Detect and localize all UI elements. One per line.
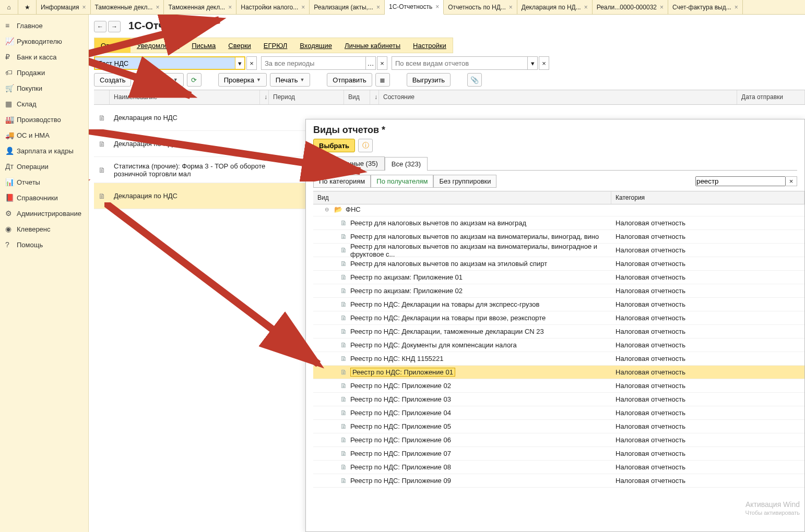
send-menu-button[interactable]: ≣ (375, 73, 390, 87)
subnav-item[interactable]: Уведомления (131, 38, 185, 53)
print-button[interactable]: Печать▼ (270, 73, 311, 87)
subtab-no-group[interactable]: Без группировки (433, 175, 496, 188)
sidebar-item[interactable]: ≡Главное (0, 18, 88, 33)
window-tab[interactable]: Таможенная декл...× (164, 0, 236, 14)
nav-fwd-button[interactable]: → (108, 21, 121, 32)
window-tab[interactable]: Счет-фактура выд...× (668, 0, 743, 14)
tree-row[interactable]: 🗎Реестр по НДС: Приложение 06Налоговая о… (313, 433, 804, 447)
sort-icon[interactable]: ↓ (260, 90, 269, 104)
close-icon[interactable]: × (735, 4, 738, 11)
close-icon[interactable]: × (376, 4, 380, 11)
col-name[interactable]: Наименование (110, 90, 260, 104)
export-button[interactable]: Выгрузить (407, 73, 451, 87)
tree-row[interactable]: 🗎Реестр для налоговых вычетов по акцизам… (313, 257, 804, 271)
window-tab[interactable]: ⌂ (0, 0, 18, 14)
tab-favorites[interactable]: ★Избранные (35) (313, 156, 385, 170)
sidebar-item[interactable]: 📕Справочники (0, 190, 88, 205)
period-filter-more[interactable]: … (365, 56, 376, 70)
org-filter-input[interactable] (94, 56, 235, 70)
subnav-item[interactable]: Личные кабинеты (338, 38, 407, 53)
sidebar-item[interactable]: ?Помощь (0, 237, 88, 252)
tree-row[interactable]: 🗎Реестр по НДС: Приложение 03Налоговая о… (313, 393, 804, 406)
tree-row[interactable]: 🗎Реестр по акцизам: Приложение 02Налогов… (313, 284, 804, 298)
tree-row[interactable]: 🗎Реестр для налоговых вычетов по акцизам… (313, 230, 804, 244)
tree-row[interactable]: 🗎Реестр по НДС: Декларации, таможенные д… (313, 325, 804, 338)
nav-back-button[interactable]: ← (94, 21, 106, 32)
sidebar-item[interactable]: 🛒Покупки (0, 80, 88, 96)
window-tab[interactable]: Реализация (акты,...× (310, 0, 385, 14)
tab-all[interactable]: Все (323) (385, 157, 428, 171)
col-kind[interactable]: Вид (344, 90, 370, 104)
col-state[interactable]: Состояние (379, 90, 737, 104)
subtab-by-category[interactable]: По категориям (313, 175, 371, 188)
tree-row[interactable]: 🗎Реестр по НДС: Документы для компенсаци… (313, 338, 804, 352)
type-filter-input[interactable] (392, 56, 527, 70)
tree-row[interactable]: 🗎Реестр по НДС: Приложение 02Налоговая о… (313, 379, 804, 393)
tree-row[interactable]: 🗎Реестр по НДС: Приложение 04Налоговая о… (313, 406, 804, 420)
close-icon[interactable]: × (156, 4, 159, 11)
subnav-item[interactable]: Письма (185, 38, 222, 53)
window-tab[interactable]: Таможенные декл...× (91, 0, 164, 14)
period-filter-input[interactable] (261, 56, 365, 70)
sidebar-item[interactable]: 🚚ОС и НМА (0, 127, 88, 143)
col-sent[interactable]: Дата отправки (737, 90, 805, 104)
org-filter-clear[interactable]: × (246, 56, 257, 70)
window-tab[interactable]: Реали...0000-000032× (593, 0, 668, 14)
window-tab[interactable]: ★ (18, 0, 37, 14)
panel-search-clear[interactable]: × (786, 176, 797, 186)
panel-col-kind[interactable]: Вид (313, 191, 611, 204)
sidebar-item[interactable]: ▦Склад (0, 96, 88, 112)
check-button[interactable]: Проверка▼ (218, 73, 267, 87)
tree-row[interactable]: 🗎Реестр по НДС: Декларации на товары для… (313, 298, 804, 311)
sidebar-item[interactable]: 🏭Производство (0, 112, 88, 127)
tree-row[interactable]: 🗎Реестр по НДС: КНД 1155221Налоговая отч… (313, 352, 804, 366)
close-icon[interactable]: × (584, 4, 588, 11)
select-button[interactable]: Выбрать (313, 139, 355, 152)
sidebar-item[interactable]: 📈Руководителю (0, 33, 88, 49)
create-button[interactable]: Создать (94, 73, 131, 87)
panel-col-cat[interactable]: Категория (611, 191, 804, 204)
sidebar-item[interactable]: ◉Клеверенс (0, 221, 88, 237)
close-icon[interactable]: × (435, 3, 439, 10)
window-tab[interactable]: Отчетность по НД...× (444, 0, 517, 14)
tree-row[interactable]: 🗎Реестр по акцизам: Приложение 01Налогов… (313, 271, 804, 284)
period-filter-clear[interactable]: × (377, 56, 387, 70)
sidebar-item[interactable]: 📊Отчеты (0, 174, 88, 190)
subnav-item[interactable]: ЕГРЮЛ (257, 38, 293, 53)
panel-search-input[interactable] (695, 176, 786, 186)
tree-row[interactable]: 🗎Реестр по НДС: Приложение 08Налоговая о… (313, 461, 804, 474)
send-button[interactable]: Отправить (327, 73, 372, 87)
window-tab[interactable]: 1С-Отчетность× (385, 0, 444, 15)
tree-row[interactable]: 🗎Реестр по НДС: Приложение 05Налоговая о… (313, 420, 804, 433)
tree-row[interactable]: 🗎Реестр по НДС: Декларации на товары при… (313, 311, 804, 325)
load-button[interactable]: Загрузить▼ (134, 73, 183, 87)
subnav-item[interactable]: Настройки (407, 38, 453, 53)
info-button[interactable]: ⓘ (358, 139, 373, 152)
sidebar-item[interactable]: ₽Банк и касса (0, 49, 88, 65)
col-period[interactable]: Период (269, 90, 344, 104)
tree-row[interactable]: 🗎Реестр для налоговых вычетов по акцизам… (313, 216, 804, 230)
close-icon[interactable]: × (660, 4, 664, 11)
sidebar-item[interactable]: 🏷Продажи (0, 65, 88, 80)
type-filter-clear[interactable]: × (539, 56, 549, 70)
window-tab[interactable]: Информация× (37, 0, 91, 14)
sidebar-item[interactable]: ⚙Администрирование (0, 205, 88, 221)
attach-button[interactable]: 📎 (467, 73, 482, 87)
tree-row[interactable]: 🗎Реестр по НДС: Приложение 09Налоговая о… (313, 474, 804, 488)
type-filter-dropdown[interactable]: ▾ (527, 56, 538, 70)
refresh-button[interactable]: ⟳ (187, 73, 202, 87)
tree-row[interactable]: 🗎Реестр для налоговых вычетов по акцизам… (313, 244, 804, 257)
close-icon[interactable]: × (228, 4, 232, 11)
tree-folder[interactable]: ⊖📂ФНС (313, 203, 804, 216)
tree-row[interactable]: 🗎Реестр по НДС: Приложение 07Налоговая о… (313, 447, 804, 461)
collapse-icon[interactable]: ⊖ (325, 207, 331, 212)
close-icon[interactable]: × (509, 4, 513, 11)
sidebar-item[interactable]: ДтОперации (0, 159, 88, 174)
close-icon[interactable]: × (301, 4, 305, 11)
org-filter-dropdown[interactable]: ▾ (235, 56, 245, 70)
tree-row[interactable]: 🗎Реестр по НДС: Приложение 01Налоговая о… (313, 366, 804, 379)
subtab-by-recipient[interactable]: По получателям (371, 175, 433, 188)
subnav-item[interactable]: Сверки (222, 38, 257, 53)
sort-icon[interactable]: ↓ (370, 90, 379, 104)
close-icon[interactable]: × (82, 4, 86, 11)
